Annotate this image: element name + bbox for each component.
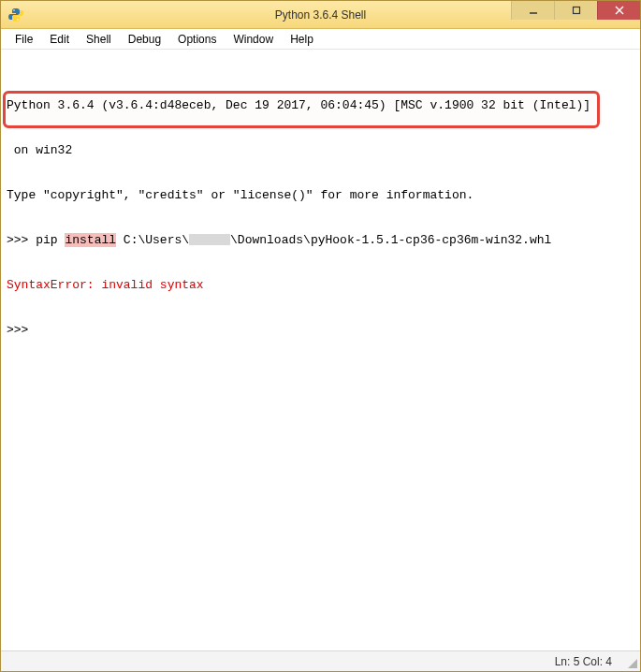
statusbar: Ln: 5 Col: 4	[1, 650, 640, 671]
menu-debug[interactable]: Debug	[120, 31, 169, 48]
prompt-prefix: >>>	[7, 233, 36, 247]
menubar: File Edit Shell Debug Options Window Hel…	[1, 29, 640, 50]
menu-window[interactable]: Window	[225, 31, 282, 48]
banner-line: Type "copyright", "credits" or "license(…	[7, 188, 634, 203]
window-controls	[511, 1, 640, 28]
menu-edit[interactable]: Edit	[41, 31, 78, 48]
cursor-position: Ln: 5 Col: 4	[555, 655, 612, 668]
menu-file[interactable]: File	[7, 31, 41, 48]
banner-line: Python 3.6.4 (v3.6.4:d48eceb, Dec 19 201…	[7, 98, 634, 113]
syntax-error-token: install	[65, 233, 116, 247]
cmd-text: pip	[36, 233, 65, 247]
minimize-button[interactable]	[511, 1, 554, 20]
cmd-text: C:\Users\	[116, 233, 189, 247]
prompt-line: >>> pip install C:\Users\\Downloads\pyHo…	[7, 233, 634, 248]
resize-grip[interactable]	[625, 656, 638, 669]
svg-point-1	[17, 19, 19, 21]
editor[interactable]: Python 3.6.4 (v3.6.4:d48eceb, Dec 19 201…	[1, 50, 640, 650]
menu-help[interactable]: Help	[282, 31, 322, 48]
banner-line: on win32	[7, 143, 634, 158]
cmd-text: \Downloads\pyHook-1.5.1-cp36-cp36m-win32…	[230, 233, 551, 247]
svg-rect-3	[573, 7, 579, 14]
menu-shell[interactable]: Shell	[78, 31, 120, 48]
svg-point-0	[13, 9, 15, 11]
redacted-username	[189, 234, 230, 245]
app-icon	[8, 7, 23, 22]
maximize-button[interactable]	[554, 1, 597, 20]
app-window: Python 3.6.4 Shell File Edit Shell Debug…	[0, 0, 641, 672]
error-line: SyntaxError: invalid syntax	[7, 278, 634, 293]
menu-options[interactable]: Options	[169, 31, 225, 48]
close-button[interactable]	[597, 1, 640, 20]
prompt-line: >>>	[7, 323, 634, 338]
titlebar[interactable]: Python 3.6.4 Shell	[1, 1, 640, 29]
